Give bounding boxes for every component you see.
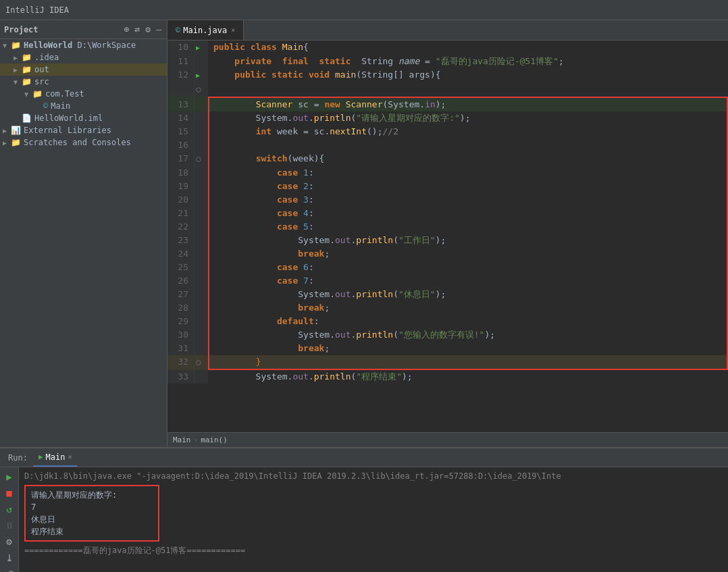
sidebar: Project ⊕ ⇄ ⚙ — 📁 HelloWorld D:\WorkSpac… (0, 20, 167, 447)
line-gutter-12: ▶ ⬡ (194, 68, 208, 97)
arrow-helloworld (3, 42, 11, 49)
arrow-idea (14, 54, 22, 61)
line-num-10: 10 (167, 41, 194, 55)
console-output-line-4: 程序结束 (31, 525, 153, 538)
line-num-14: 14 (167, 111, 194, 125)
line-num-28: 28 (167, 301, 194, 315)
console-output-box: 请输入星期对应的数字: 7 休息日 程序结束 (24, 485, 159, 542)
code-line-17: 17 ⬡ switch(week){ (167, 152, 728, 166)
folder-icon-out: 📁 (22, 65, 32, 74)
label-out: out (34, 65, 49, 74)
label-comtest: com.Test (45, 89, 84, 99)
app-title: IntelliJ IDEA (5, 5, 69, 15)
line-gutter-18 (194, 166, 208, 180)
tree-item-main[interactable]: © Main (0, 100, 167, 112)
iml-icon: 📄 (22, 113, 32, 123)
run-arrow-12[interactable]: ▶ (196, 72, 200, 79)
line-num-27: 27 (167, 288, 194, 301)
code-line-15: 15 int week = sc.nextInt();//2 (167, 125, 728, 138)
line-gutter-26 (194, 274, 208, 288)
sync-icon[interactable]: ⇄ (134, 23, 142, 36)
line-num-12: 12 (167, 68, 194, 97)
label-external-libs: External Libraries (24, 126, 111, 135)
tree-item-src[interactable]: 📁 src (0, 76, 167, 88)
pause-button[interactable]: ⏸ (2, 519, 17, 532)
java-icon-main: © (43, 101, 48, 111)
line-num-24: 24 (167, 247, 194, 261)
code-area: 10 ▶ public class Main{ 11 private final… (167, 41, 728, 384)
rerun-button[interactable]: ↺ (2, 502, 17, 516)
code-line-30: 30 System.out.println("您输入的数字有误!"); (167, 328, 728, 342)
breadcrumb-method[interactable]: main() (201, 436, 228, 444)
add-icon[interactable]: ⊕ (123, 23, 131, 36)
breadcrumb-main[interactable]: Main (173, 436, 191, 444)
line-gutter-31 (194, 342, 208, 355)
line-num-16: 16 (167, 138, 194, 152)
code-line-31: 31 break; (167, 342, 728, 355)
code-line-11: 11 private final static String name = "磊… (167, 55, 728, 68)
tree-item-comtest[interactable]: 📁 com.Test (0, 88, 167, 100)
tab-label-main-java: Main.java (183, 26, 227, 35)
line-code-33: System.out.println("程序结束"); (208, 370, 728, 384)
code-line-13: 13 Scanner sc = new Scanner(System.in); (167, 97, 728, 111)
tree-item-external-libs[interactable]: 📊 External Libraries (0, 124, 167, 136)
line-code-28: break; (208, 301, 728, 315)
line-code-20: case 3: (208, 193, 728, 207)
gear-icon[interactable]: ⚙ (144, 23, 152, 36)
code-line-23: 23 System.out.println("工作日"); (167, 234, 728, 247)
bottom-content: ▶ ■ ↺ ⏸ ⚙ ⤓ 🖨 D:\jdk1.8\bin\java.exe "-j… (0, 467, 728, 572)
run-tab-label: Main (46, 452, 66, 462)
code-line-20: 20 case 3: (167, 193, 728, 207)
print-button[interactable]: 🖨 (2, 567, 17, 572)
minimize-icon[interactable]: — (155, 23, 163, 36)
line-code-10: public class Main{ (208, 41, 728, 55)
run-arrow-10[interactable]: ▶ (196, 44, 200, 51)
stop-button[interactable]: ■ (2, 486, 17, 500)
tree-item-helloworld[interactable]: 📁 HelloWorld D:\WorkSpace (0, 39, 167, 51)
line-num-23: 23 (167, 234, 194, 247)
bookmark-12: ⬡ (196, 86, 201, 93)
tree-item-helloworld-iml[interactable]: 📄 HelloWorld.iml (0, 112, 167, 124)
code-line-28: 28 break; (167, 301, 728, 315)
line-code-12: public static void main(String[] args){ (208, 68, 728, 97)
tab-close-main-java[interactable]: × (231, 26, 235, 34)
code-line-32: 32 ⬡ } (167, 355, 728, 370)
run-tab-icon: ▶ (38, 452, 43, 461)
scratches-icon: 📁 (11, 138, 21, 147)
folder-icon-src: 📁 (22, 77, 32, 86)
line-code-32: } (208, 355, 728, 370)
line-code-18: case 1: (208, 166, 728, 180)
arrow-scratches (3, 139, 11, 147)
bookmark-32: ⬡ (196, 359, 201, 366)
code-line-27: 27 System.out.println("休息日"); (167, 288, 728, 301)
run-tab-close[interactable]: × (68, 453, 72, 461)
label-helloworld-iml: HelloWorld.iml (34, 113, 103, 123)
tab-main-java[interactable]: © Main.java × (167, 20, 244, 40)
line-gutter-23 (194, 234, 208, 247)
line-num-17: 17 (167, 152, 194, 166)
code-line-29: 29 default: (167, 315, 728, 328)
tree-item-out[interactable]: 📁 out (0, 63, 167, 76)
run-button[interactable]: ▶ (2, 470, 17, 484)
console-separator: ============磊哥的java历险记-@51博客============ (24, 544, 723, 556)
tree-item-idea[interactable]: 📁 .idea (0, 51, 167, 63)
code-line-14: 14 System.out.println("请输入星期对应的数字:"); (167, 111, 728, 125)
tab-java-icon: © (176, 26, 180, 35)
line-gutter-17: ⬡ (194, 152, 208, 166)
tree-item-scratches[interactable]: 📁 Scratches and Consoles (0, 136, 167, 149)
console-output-line-2: 7 (31, 501, 153, 513)
settings-button[interactable]: ⚙ (2, 535, 17, 548)
line-gutter-10: ▶ (194, 41, 208, 55)
line-num-19: 19 (167, 180, 194, 193)
run-label: Run: (3, 453, 33, 463)
lib-icon: 📊 (11, 126, 21, 135)
line-code-15: int week = sc.nextInt();//2 (208, 125, 728, 138)
line-gutter-32: ⬡ (194, 355, 208, 370)
line-num-15: 15 (167, 125, 194, 138)
code-line-24: 24 break; (167, 247, 728, 261)
line-num-26: 26 (167, 274, 194, 288)
scroll-to-end-button[interactable]: ⤓ (2, 551, 17, 565)
code-container[interactable]: 10 ▶ public class Main{ 11 private final… (167, 41, 728, 432)
tab-run-main[interactable]: ▶ Main × (33, 448, 78, 467)
line-code-14: System.out.println("请输入星期对应的数字:"); (208, 111, 728, 125)
